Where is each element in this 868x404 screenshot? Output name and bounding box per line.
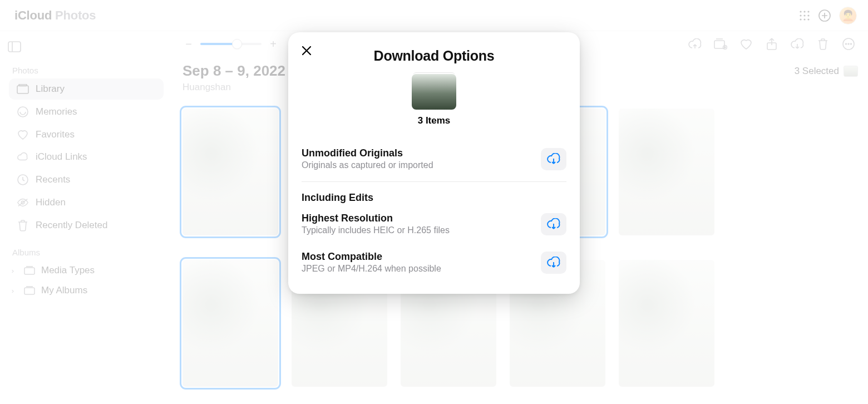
- sidebar-item-label: Memories: [36, 106, 77, 117]
- zoom-control: − +: [183, 38, 279, 51]
- ellipsis-circle-icon: [842, 37, 855, 51]
- grid-dots-icon: [799, 10, 810, 21]
- svg-point-2: [807, 11, 809, 12]
- svg-point-1: [803, 11, 805, 12]
- sidebar: Photos Library Memories Favorites: [0, 31, 172, 404]
- photo-thumbnail[interactable]: [619, 109, 714, 235]
- sidebar-item-recently-deleted[interactable]: Recently Deleted: [9, 214, 164, 237]
- cloud-download-icon: [546, 218, 561, 230]
- sidebar-album-media-types[interactable]: › Media Types: [7, 260, 166, 280]
- close-button[interactable]: [298, 42, 315, 59]
- sidebar-item-label: Hidden: [36, 197, 66, 208]
- modal-item-count: 3 Items: [299, 115, 569, 126]
- download-most-compatible-button[interactable]: [541, 252, 566, 274]
- svg-point-22: [846, 43, 847, 45]
- sidebar-toggle-button[interactable]: [7, 41, 22, 55]
- option-description: JPEG or MP4/H.264 when possible: [302, 264, 541, 274]
- svg-point-6: [800, 18, 801, 20]
- sidebar-item-hidden[interactable]: Hidden: [9, 192, 164, 213]
- zoom-out-button[interactable]: −: [183, 38, 195, 51]
- option-title: Highest Resolution: [302, 213, 541, 224]
- svg-point-8: [807, 18, 809, 20]
- selection-thumbnail: [844, 66, 858, 77]
- album-icon: [23, 266, 36, 275]
- account-avatar[interactable]: 🧑‍🦱: [839, 7, 857, 24]
- option-highest-resolution: Highest Resolution Typically includes HE…: [299, 205, 569, 243]
- brand[interactable]: iCloud Photos: [11, 8, 96, 23]
- cloud-download-icon: [546, 257, 561, 269]
- download-button[interactable]: [788, 35, 807, 53]
- download-options-modal: Download Options 3 Items Unmodified Orig…: [288, 32, 580, 294]
- album-plus-icon: [714, 38, 727, 50]
- svg-rect-17: [24, 288, 34, 294]
- sidebar-item-label: Library: [36, 83, 65, 95]
- sidebar-item-library[interactable]: Library: [9, 78, 164, 100]
- sidebar-item-favorites[interactable]: Favorites: [9, 124, 164, 145]
- zoom-in-button[interactable]: +: [267, 38, 279, 51]
- trash-icon: [17, 219, 29, 231]
- delete-button[interactable]: [813, 35, 832, 53]
- selection-indicator[interactable]: 3 Selected: [795, 66, 858, 77]
- svg-point-24: [851, 43, 852, 45]
- option-title: Most Compatible: [302, 251, 541, 263]
- share-icon: [766, 37, 777, 51]
- topbar: iCloud Photos 🧑‍🦱: [0, 0, 868, 31]
- cloud-link-icon: [17, 152, 29, 162]
- sidebar-item-memories[interactable]: Memories: [9, 101, 164, 123]
- photo-thumbnail[interactable]: [619, 260, 714, 387]
- option-title: Unmodified Originals: [302, 147, 541, 159]
- trash-icon: [817, 38, 828, 50]
- sidebar-album-my-albums[interactable]: › My Albums: [7, 280, 166, 300]
- download-highest-resolution-button[interactable]: [541, 213, 566, 235]
- album-icon: [23, 286, 36, 295]
- brand-prefix: iCloud: [14, 8, 52, 22]
- option-description: Originals as captured or imported: [302, 160, 541, 170]
- share-button[interactable]: [762, 35, 781, 53]
- sidebar-item-label: Favorites: [36, 129, 75, 140]
- more-button[interactable]: [839, 35, 858, 53]
- app-launcher-button[interactable]: [795, 6, 815, 26]
- svg-rect-11: [17, 86, 28, 93]
- sidebar-album-label: Media Types: [41, 265, 95, 276]
- modal-title: Download Options: [299, 48, 569, 64]
- modal-preview-thumbnail: [412, 74, 456, 110]
- sidebar-section-albums: Albums: [12, 248, 160, 257]
- svg-rect-12: [19, 85, 27, 86]
- option-description: Typically includes HEIC or H.265 files: [302, 225, 541, 235]
- eye-slash-icon: [17, 198, 29, 208]
- chevron-right-icon: ›: [8, 267, 18, 275]
- svg-point-5: [807, 14, 809, 16]
- svg-point-13: [18, 107, 28, 117]
- sidebar-section-photos: Photos: [12, 66, 160, 75]
- svg-point-23: [848, 43, 849, 45]
- brand-text: iCloud Photos: [14, 8, 96, 23]
- create-button[interactable]: [815, 6, 835, 26]
- clock-icon: [17, 174, 29, 186]
- svg-point-0: [800, 11, 801, 12]
- sidebar-album-label: My Albums: [41, 285, 87, 296]
- memories-icon: [17, 106, 29, 118]
- cloud-upload-icon: [688, 38, 702, 50]
- divider: [302, 181, 566, 182]
- heart-icon: [17, 129, 29, 140]
- option-most-compatible: Most Compatible JPEG or MP4/H.264 when p…: [299, 243, 569, 282]
- option-unmodified-originals: Unmodified Originals Originals as captur…: [299, 140, 569, 178]
- svg-point-4: [803, 14, 805, 16]
- sidebar-item-label: iCloud Links: [36, 151, 87, 162]
- svg-point-7: [803, 18, 805, 20]
- plus-circle-icon: [818, 9, 831, 22]
- svg-rect-16: [24, 268, 34, 274]
- heart-icon: [739, 38, 753, 50]
- upload-button[interactable]: [685, 35, 704, 53]
- photo-thumbnail[interactable]: [183, 260, 278, 387]
- sidebar-item-label: Recents: [36, 174, 70, 185]
- app-root: iCloud Photos 🧑‍🦱: [0, 0, 868, 404]
- sidebar-item-icloud-links[interactable]: iCloud Links: [9, 146, 164, 167]
- zoom-slider[interactable]: [200, 43, 262, 45]
- download-unmodified-button[interactable]: [541, 148, 566, 170]
- add-to-album-button[interactable]: [711, 35, 730, 53]
- photo-thumbnail[interactable]: [183, 109, 278, 235]
- photos-icon: [17, 84, 29, 94]
- sidebar-item-recents[interactable]: Recents: [9, 169, 164, 191]
- favorite-button[interactable]: [737, 35, 756, 53]
